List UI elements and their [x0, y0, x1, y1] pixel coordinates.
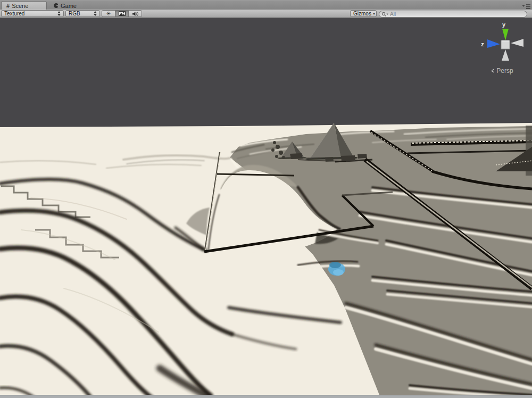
- gizmos-label: Gizmos: [353, 11, 371, 16]
- lighting-toggle-button[interactable]: ☀: [102, 10, 115, 17]
- gizmo-center-cube[interactable]: [501, 40, 510, 49]
- sun-icon: ☀: [106, 11, 111, 16]
- tab-scene-label: Scene: [12, 3, 28, 9]
- projection-toggle[interactable]: <Persp: [476, 67, 529, 74]
- z-axis-cone[interactable]: [487, 39, 500, 48]
- tab-bar: # Scene Game: [0, 0, 532, 10]
- dropdown-arrows-icon: [94, 11, 97, 16]
- y-axis-label: y: [502, 21, 506, 28]
- down-axis-cone[interactable]: [502, 49, 509, 61]
- search-input[interactable]: [390, 11, 523, 17]
- tab-game-label: Game: [61, 3, 77, 9]
- x-axis-cone[interactable]: [511, 39, 523, 47]
- image-icon: [119, 11, 126, 16]
- scene-viewport[interactable]: y z <Persp: [0, 18, 532, 395]
- tab-scene[interactable]: # Scene: [1, 1, 47, 10]
- scene-grid-icon: #: [6, 3, 10, 9]
- scene-view-window: # Scene Game Textured RGB ☀: [0, 0, 532, 398]
- draw-mode-dropdown[interactable]: Textured: [1, 10, 64, 17]
- sky: [0, 18, 532, 130]
- gizmos-dropdown[interactable]: Gizmos ▾: [350, 10, 377, 17]
- terrain-render: [0, 18, 532, 395]
- projection-label: Persp: [496, 67, 513, 74]
- search-icon: [381, 12, 389, 17]
- window-bottom-edge: [0, 395, 532, 398]
- scene-orientation-gizmo[interactable]: y z <Persp: [476, 20, 529, 74]
- dropdown-arrows-icon: [57, 11, 61, 16]
- color-mode-value: RGB: [69, 11, 94, 16]
- audio-toggle-button[interactable]: [128, 10, 142, 17]
- tab-game[interactable]: Game: [49, 1, 94, 10]
- speaker-icon: [132, 11, 139, 16]
- search-field[interactable]: [379, 11, 527, 18]
- skybox-toggle-button[interactable]: [115, 10, 129, 17]
- draw-mode-value: Textured: [4, 11, 57, 16]
- scene-toolbar: Textured RGB ☀: [0, 10, 532, 18]
- game-icon: [54, 3, 59, 8]
- tab-options-icon[interactable]: [522, 2, 530, 8]
- persp-cone-icon: <: [492, 67, 495, 75]
- color-mode-dropdown[interactable]: RGB: [65, 10, 100, 17]
- chevron-down-icon: ▾: [373, 11, 375, 16]
- z-axis-label: z: [481, 41, 484, 47]
- view-toggle-group: ☀: [102, 10, 142, 17]
- y-axis-cone[interactable]: [502, 29, 509, 40]
